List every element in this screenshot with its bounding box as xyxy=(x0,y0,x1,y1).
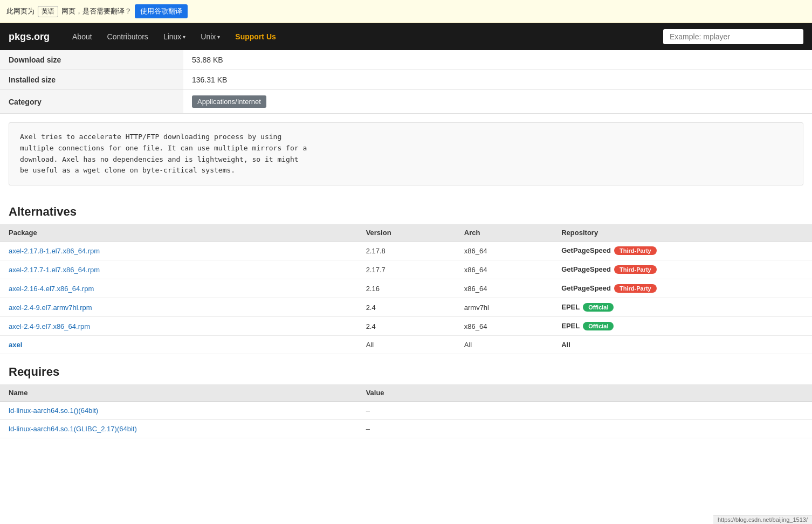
info-label: Installed size xyxy=(0,70,183,90)
info-label: Download size xyxy=(0,50,183,70)
alternatives-tbody: axel-2.17.8-1.el7.x86_64.rpm2.17.8x86_64… xyxy=(0,242,812,354)
requires-table: Name Value ld-linux-aarch64.so.1()(64bit… xyxy=(0,384,812,438)
language-badge: 英语 xyxy=(38,6,58,17)
translation-bar: 此网页为 英语 网页，是否需要翻译？ 使用谷歌翻译 xyxy=(0,0,812,23)
alt-package-link[interactable]: axel-2.17.7-1.el7.x86_64.rpm xyxy=(9,266,100,274)
table-row: axelAllAllAll xyxy=(0,336,812,354)
alt-col-version: Version xyxy=(357,224,456,242)
alt-repo-name: EPEL xyxy=(561,322,580,330)
linux-dropdown-arrow: ▾ xyxy=(183,34,185,40)
alt-package-cell: axel-2.17.8-1.el7.x86_64.rpm xyxy=(0,242,357,260)
third-party-badge: Third-Party xyxy=(614,246,657,255)
alt-col-package: Package xyxy=(0,224,357,242)
alt-repo-cell: EPELOfficial xyxy=(553,317,812,336)
official-badge: Official xyxy=(583,303,614,312)
req-value-cell: – xyxy=(357,420,812,438)
official-badge: Official xyxy=(583,322,614,330)
alt-repo-cell: GetPageSpeedThird-Party xyxy=(553,242,812,260)
alt-arch-cell: armv7hl xyxy=(456,298,553,317)
alt-package-link[interactable]: axel-2.4-9.el7.armv7hl.rpm xyxy=(9,304,92,312)
alt-version-cell: 2.17.8 xyxy=(357,242,456,260)
requires-heading: Requires xyxy=(0,354,812,384)
info-label: Category xyxy=(0,90,183,114)
alt-version-cell: 2.4 xyxy=(357,298,456,317)
info-table: Download size53.88 KBInstalled size136.3… xyxy=(0,50,812,114)
info-row: Installed size136.31 KB xyxy=(0,70,812,90)
table-row: axel-2.4-9.el7.armv7hl.rpm2.4armv7hlEPEL… xyxy=(0,298,812,317)
alt-arch-cell: x86_64 xyxy=(456,260,553,279)
table-row: axel-2.4-9.el7.x86_64.rpm2.4x86_64EPELOf… xyxy=(0,317,812,336)
alt-version-cell: 2.4 xyxy=(357,317,456,336)
nav-contributors[interactable]: Contributors xyxy=(101,28,155,45)
nav-about[interactable]: About xyxy=(66,28,99,45)
description-text: Axel tries to accelerate HTTP/FTP downlo… xyxy=(20,132,792,176)
alt-repo-cell: GetPageSpeedThird-Party xyxy=(553,279,812,298)
req-col-value: Value xyxy=(357,384,812,402)
third-party-badge: Third-Party xyxy=(614,265,657,274)
alt-repo-cell: EPELOfficial xyxy=(553,298,812,317)
alt-repo-cell: All xyxy=(553,336,812,354)
alt-col-arch: Arch xyxy=(456,224,553,242)
alt-version-cell: 2.16 xyxy=(357,279,456,298)
alt-arch-cell: x86_64 xyxy=(456,317,553,336)
alt-package-cell: axel-2.16-4.el7.x86_64.rpm xyxy=(0,279,357,298)
alt-version-cell: 2.17.7 xyxy=(357,260,456,279)
alt-package-link[interactable]: axel-2.17.8-1.el7.x86_64.rpm xyxy=(9,247,100,255)
category-badge: Applications/Internet xyxy=(192,95,266,108)
requires-tbody: ld-linux-aarch64.so.1()(64bit)–ld-linux-… xyxy=(0,402,812,438)
alt-package-cell: axel-2.4-9.el7.x86_64.rpm xyxy=(0,317,357,336)
alternatives-heading: Alternatives xyxy=(0,194,812,224)
table-row: axel-2.17.8-1.el7.x86_64.rpm2.17.8x86_64… xyxy=(0,242,812,260)
alt-version-cell: All xyxy=(357,336,456,354)
third-party-badge: Third-Party xyxy=(614,284,657,293)
alternatives-table: Package Version Arch Repository axel-2.1… xyxy=(0,224,812,354)
req-name-link[interactable]: ld-linux-aarch64.so.1(GLIBC_2.17)(64bit) xyxy=(9,425,137,433)
info-value: 53.88 KB xyxy=(183,50,812,70)
translation-prefix: 此网页为 xyxy=(6,6,35,16)
req-name-link[interactable]: ld-linux-aarch64.so.1()(64bit) xyxy=(9,406,98,415)
table-row: ld-linux-aarch64.so.1(GLIBC_2.17)(64bit)… xyxy=(0,420,812,438)
nav-links: About Contributors Linux ▾ Unix ▾ Suppor… xyxy=(66,28,663,45)
requires-thead: Name Value xyxy=(0,384,812,402)
table-row: ld-linux-aarch64.so.1()(64bit)– xyxy=(0,402,812,420)
main-content: Download size53.88 KBInstalled size136.3… xyxy=(0,50,812,438)
alt-arch-cell: x86_64 xyxy=(456,279,553,298)
info-row: Download size53.88 KB xyxy=(0,50,812,70)
site-brand[interactable]: pkgs.org xyxy=(9,31,50,43)
alt-repo-name: GetPageSpeed xyxy=(561,246,611,254)
alt-package-cell: axel-2.17.7-1.el7.x86_64.rpm xyxy=(0,260,357,279)
alt-package-link[interactable]: axel xyxy=(9,341,22,349)
alt-package-cell: axel-2.4-9.el7.armv7hl.rpm xyxy=(0,298,357,317)
info-value: 136.31 KB xyxy=(183,70,812,90)
table-row: axel-2.16-4.el7.x86_64.rpm2.16x86_64GetP… xyxy=(0,279,812,298)
translate-button[interactable]: 使用谷歌翻译 xyxy=(135,4,188,18)
alt-col-repo: Repository xyxy=(553,224,812,242)
search-input[interactable] xyxy=(663,29,803,44)
description-box: Axel tries to accelerate HTTP/FTP downlo… xyxy=(9,122,803,185)
nav-support[interactable]: Support Us xyxy=(229,28,282,45)
alt-arch-cell: x86_64 xyxy=(456,242,553,260)
nav-unix[interactable]: Unix ▾ xyxy=(194,28,226,45)
table-row: axel-2.17.7-1.el7.x86_64.rpm2.17.7x86_64… xyxy=(0,260,812,279)
alt-repo-name: GetPageSpeed xyxy=(561,265,611,273)
info-value: Applications/Internet xyxy=(183,90,812,114)
translation-middle: 网页，是否需要翻译？ xyxy=(61,6,132,16)
nav-linux[interactable]: Linux ▾ xyxy=(157,28,192,45)
req-name-cell: ld-linux-aarch64.so.1()(64bit) xyxy=(0,402,357,420)
alt-repo-name: All xyxy=(561,341,570,349)
alt-arch-cell: All xyxy=(456,336,553,354)
req-name-cell: ld-linux-aarch64.so.1(GLIBC_2.17)(64bit) xyxy=(0,420,357,438)
info-row: CategoryApplications/Internet xyxy=(0,90,812,114)
alt-package-link[interactable]: axel-2.16-4.el7.x86_64.rpm xyxy=(9,285,94,293)
alternatives-thead: Package Version Arch Repository xyxy=(0,224,812,242)
alt-repo-name: EPEL xyxy=(561,303,580,311)
navbar: pkgs.org About Contributors Linux ▾ Unix… xyxy=(0,23,812,50)
unix-dropdown-arrow: ▾ xyxy=(217,34,220,40)
req-col-name: Name xyxy=(0,384,357,402)
alt-package-cell: axel xyxy=(0,336,357,354)
alt-package-link[interactable]: axel-2.4-9.el7.x86_64.rpm xyxy=(9,322,90,330)
alt-repo-name: GetPageSpeed xyxy=(561,284,611,292)
req-value-cell: – xyxy=(357,402,812,420)
alt-repo-cell: GetPageSpeedThird-Party xyxy=(553,260,812,279)
